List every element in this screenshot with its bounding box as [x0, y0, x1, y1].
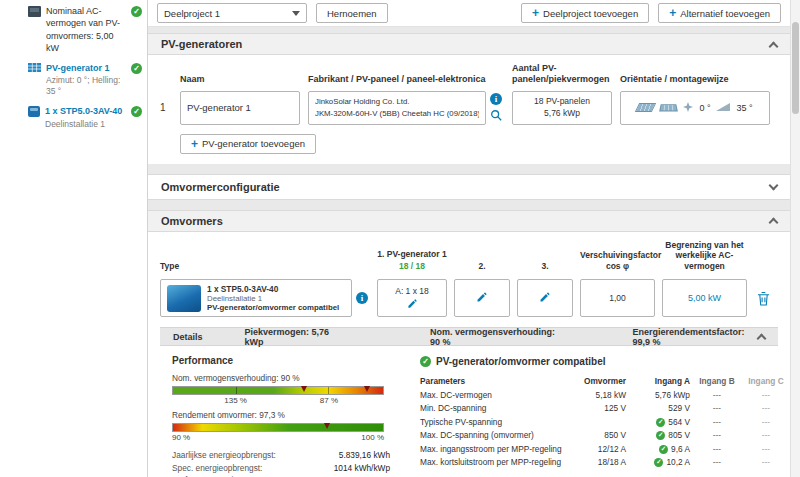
- search-icon[interactable]: [490, 109, 502, 123]
- sidebar-item-label: 1 x STP5.0-3AV-40: [45, 106, 122, 116]
- sidebar-item-inverter[interactable]: 1 x STP5.0-3AV-40 Deelinstallatie 1 ✓: [0, 101, 147, 133]
- chevron-up-icon: [769, 218, 779, 228]
- bar-marker-icon: [364, 386, 370, 392]
- bar2-max: 100 %: [361, 433, 384, 442]
- plus-icon: +: [191, 138, 198, 150]
- pv-generators-header[interactable]: PV-generatoren: [148, 33, 790, 55]
- param-input-c-value: ---: [744, 401, 788, 415]
- inverter-icon: [28, 106, 40, 119]
- col-header-name: Naam: [180, 74, 300, 85]
- param-input-a-value: ✓10,2 A: [626, 455, 690, 469]
- sidebar-item-sub: Azimut: 0 °; Helling: 35 °: [46, 75, 126, 97]
- compatibility-heading: PV-generator/omvormer compatibel: [436, 356, 606, 367]
- orientation-box[interactable]: 0 ° 35 °: [620, 91, 770, 125]
- sidebar-item-pv-generator[interactable]: PV-generator 1 Azimut: 0 °; Helling: 35 …: [0, 58, 147, 101]
- param-input-b-value: ---: [690, 455, 744, 469]
- row-index: 1: [160, 102, 172, 113]
- add-alternative-button[interactable]: + Alternatief toevoegen: [658, 3, 781, 23]
- info-icon[interactable]: i: [356, 292, 368, 304]
- scroll-area: PV-generatoren Naam Fabrikant / PV-panee…: [148, 27, 790, 477]
- param-label: Min. DC-spanning: [420, 401, 570, 415]
- mounting-tilt-icon: [660, 104, 679, 111]
- bar-marker-icon: [324, 423, 330, 429]
- sidebar-item-ac-power[interactable]: Nominaal AC-vermogen van PV-omvormers: 5…: [0, 1, 147, 58]
- param-label: Max. kortsluitstroom per MPP-regeling: [420, 455, 570, 469]
- section-title: Omvormers: [161, 215, 223, 227]
- vertical-scrollbar[interactable]: [790, 0, 800, 477]
- check-icon: ✓: [659, 445, 668, 454]
- string-config-a-value: A: 1 x 18: [395, 286, 429, 296]
- edit-pencil-icon: [539, 291, 551, 305]
- panel-count-box[interactable]: 18 PV-panelen 5,76 kWp: [512, 91, 612, 125]
- bar-tick: [236, 387, 237, 394]
- param-input-b-value: ---: [690, 388, 744, 402]
- check-icon: ✓: [656, 431, 665, 440]
- peak-power-summary: Piekvermogen: 5,76 kWp: [245, 327, 338, 347]
- inverter-subinstall: Deelinstallatie 1: [207, 294, 339, 303]
- string-config-2-box[interactable]: [454, 279, 510, 317]
- add-pv-generator-button[interactable]: + PV-generator toevoegen: [180, 134, 316, 154]
- info-icon[interactable]: i: [490, 93, 502, 105]
- nominal-ratio-summary: Nom. vermogensverhouding: 90 %: [430, 327, 560, 347]
- section-title: Omvormerconfiguratie: [161, 181, 280, 193]
- param-input-a-value: 5,76 kWp: [626, 388, 690, 402]
- sidebar-item-label: PV-generator 1: [46, 63, 110, 73]
- string-config-a-box[interactable]: A: 1 x 18: [377, 279, 447, 317]
- col-header-inverter: Omvormer: [570, 374, 626, 388]
- details-tab: Details: [173, 332, 203, 342]
- param-input-c-value: ---: [744, 442, 788, 456]
- plus-icon: +: [669, 7, 676, 19]
- pv-generator-name-input[interactable]: [180, 91, 300, 125]
- tilt-value: 35 °: [736, 103, 752, 113]
- gen1-assigned-count: 18 / 18: [377, 261, 447, 272]
- section-inverters: Omvormers Type 1. PV-generator 1 18 / 18…: [148, 210, 790, 477]
- delete-inverter-button[interactable]: [754, 291, 772, 306]
- check-icon: ✓: [656, 418, 665, 427]
- ac-limit-box[interactable]: 5,00 kW: [662, 279, 747, 317]
- inverter-product-image: [167, 285, 201, 312]
- param-input-b-value: ---: [690, 415, 744, 429]
- details-body: Performance Nom. vermogensverhouding: 90…: [160, 346, 778, 477]
- check-icon: ✓: [131, 6, 142, 17]
- bar2-label: Rendement omvormer: 97,3 %: [172, 410, 402, 420]
- chevron-up-icon: [757, 334, 767, 344]
- scrollbar-thumb[interactable]: [792, 22, 799, 114]
- col-header-orientation: Oriëntatie / montagewijze: [620, 74, 770, 85]
- compass-icon: [683, 102, 693, 114]
- stat-row: Jaarlijkse energieopbrengst: 5.839,16 kW…: [172, 450, 390, 463]
- col-header-cos: Verschuivingsfactor cos φ: [580, 250, 655, 271]
- add-subproject-button[interactable]: + Deelproject toevoegen: [521, 3, 649, 23]
- bar-marker-icon: [301, 386, 307, 392]
- inverter-type-box[interactable]: 1 x STP5.0-3AV-40 Deelinstallatie 1 PV-g…: [160, 279, 352, 317]
- col-header-count: Aantal PV-panelen/piekvermogen: [512, 63, 612, 85]
- param-input-c-value: ---: [744, 455, 788, 469]
- string-config-3-box[interactable]: [517, 279, 573, 317]
- param-label: Max. ingangsstroom per MPP-regeling: [420, 442, 570, 456]
- rename-button[interactable]: Hernoemen: [316, 3, 388, 23]
- performance-heading: Performance: [172, 355, 402, 366]
- section-inverter-config: Omvormerconfiguratie: [148, 174, 790, 200]
- inverter-config-header[interactable]: Omvormerconfiguratie: [148, 174, 790, 200]
- pv-generators-body: Naam Fabrikant / PV-paneel / paneel-elek…: [148, 55, 790, 164]
- bar1-mark1: 135 %: [224, 396, 247, 405]
- bar1-label: Nom. vermogensverhouding: 90 %: [172, 373, 402, 383]
- check-icon: ✓: [420, 356, 431, 367]
- param-inverter-value: 5,18 kW: [570, 388, 626, 402]
- pv-generator-row: 1 JinkoSolar Holding Co. Ltd. JKM-320M-6…: [160, 91, 778, 125]
- inverters-column-headers: Type 1. PV-generator 1 18 / 18 2. 3. Ver…: [160, 240, 778, 272]
- check-icon: ✓: [654, 458, 663, 467]
- param-inverter-value: 125 V: [570, 401, 626, 415]
- bar1-mark2: 87 %: [320, 396, 338, 405]
- param-inverter-value: 18/18 A: [570, 455, 626, 469]
- subproject-select[interactable]: Deelproject 1: [157, 3, 307, 23]
- col-header-parameters: Parameters: [420, 374, 570, 388]
- panel-selection-box[interactable]: JinkoSolar Holding Co. Ltd. JKM-320M-60H…: [308, 91, 486, 125]
- details-strip[interactable]: Details Piekvermogen: 5,76 kWp Nom. verm…: [160, 327, 778, 346]
- param-input-b-value: ---: [690, 401, 744, 415]
- inverters-header[interactable]: Omvormers: [148, 210, 790, 232]
- mounting-flat-icon: [635, 103, 656, 112]
- col-header-type: Type: [160, 261, 370, 271]
- check-icon: ✓: [131, 63, 142, 74]
- cos-phi-box[interactable]: 1,00: [580, 279, 655, 317]
- param-label: Typische PV-spanning: [420, 415, 570, 429]
